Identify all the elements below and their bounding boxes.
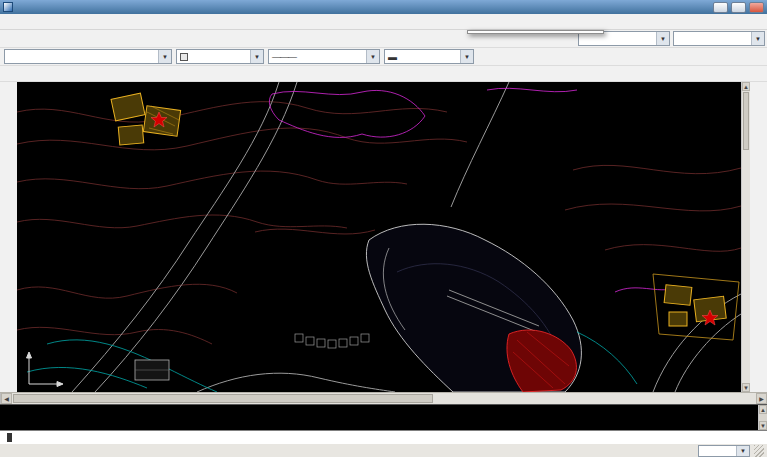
chevron-down-icon[interactable]: ▼ (158, 50, 171, 63)
chevron-down-icon[interactable]: ▼ (751, 32, 764, 45)
draw-toolbar (0, 82, 17, 392)
scale-combo[interactable]: ▼ (698, 445, 750, 457)
vertical-scrollbar[interactable]: ▲ ▼ (741, 82, 750, 392)
color-combo[interactable]: ▼ (176, 49, 264, 64)
toilet-building (135, 360, 169, 380)
title-bar (0, 0, 767, 14)
modify-toolbar (750, 82, 767, 392)
scroll-up-icon[interactable]: ▲ (759, 405, 767, 414)
close-button[interactable] (749, 2, 764, 13)
command-scrollbar[interactable]: ▲ ▼ (758, 405, 767, 430)
scroll-down-icon[interactable]: ▼ (759, 421, 767, 430)
minimize-button[interactable] (713, 2, 728, 13)
color-swatch (180, 53, 188, 61)
main-area: ▲ ▼ (0, 82, 767, 392)
scrollbar-thumb[interactable] (743, 92, 749, 150)
scroll-up-icon[interactable]: ▲ (742, 82, 750, 91)
scroll-down-icon[interactable]: ▼ (742, 383, 750, 392)
drawing-viewport[interactable] (17, 82, 741, 392)
chevron-down-icon[interactable]: ▼ (736, 446, 749, 456)
chevron-down-icon[interactable]: ▼ (250, 50, 263, 63)
linetype-combo[interactable]: ——— ▼ (268, 49, 380, 64)
horizontal-scrollbar[interactable]: ◀ ▶ (0, 393, 767, 404)
scrollbar-thumb[interactable] (13, 394, 433, 403)
standard-toolbar: ▼ ▼ (0, 30, 767, 48)
lineweight-combo[interactable]: ▬ ▼ (384, 49, 474, 64)
app-logo-icon (3, 2, 13, 12)
layers-properties-toolbar: ▼ ▼ ——— ▼ ▬ ▼ (0, 48, 767, 66)
view-tools-toolbar (0, 66, 767, 82)
layer-combo[interactable]: ▼ (4, 49, 172, 64)
statistics-dropdown-menu (467, 30, 604, 34)
chevron-down-icon[interactable]: ▼ (366, 50, 379, 63)
text-cursor (7, 433, 12, 442)
status-bar: ▼ (0, 443, 767, 457)
chevron-down-icon[interactable]: ▼ (656, 32, 669, 45)
scroll-left-icon[interactable]: ◀ (1, 393, 12, 404)
lineweight-sample-icon: ▬ (388, 52, 396, 62)
drawing-canvas[interactable] (17, 82, 741, 392)
layout-tab-bar: ◀ ▶ (0, 392, 767, 404)
dim-style-combo[interactable]: ▼ (673, 31, 765, 46)
command-input[interactable] (0, 430, 767, 443)
linetype-sample-icon: ——— (272, 52, 296, 62)
resize-grip[interactable] (754, 445, 764, 457)
scroll-right-icon[interactable]: ▶ (756, 393, 767, 404)
menu-bar (0, 14, 767, 30)
chevron-down-icon[interactable]: ▼ (460, 50, 473, 63)
command-history: ▲ ▼ (0, 404, 767, 430)
maximize-button[interactable] (731, 2, 746, 13)
